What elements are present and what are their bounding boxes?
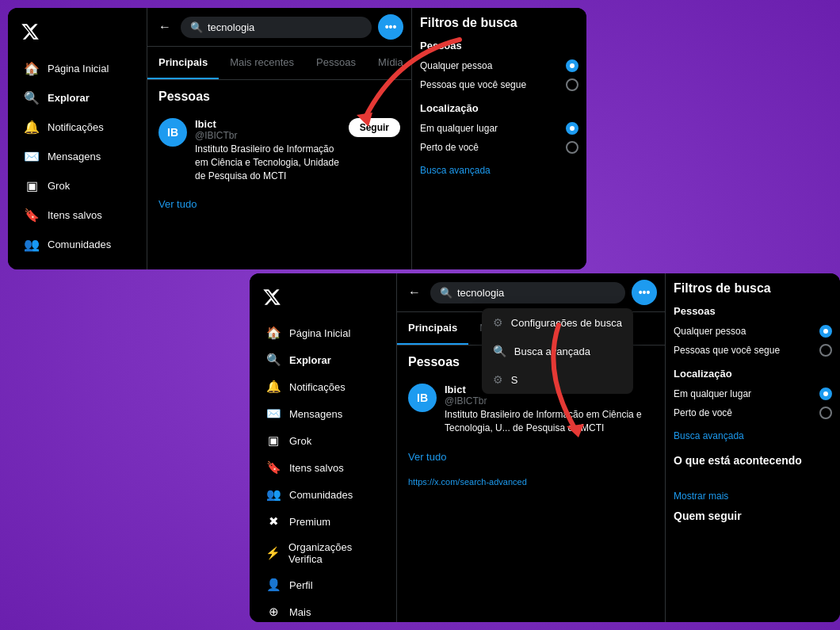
back-button[interactable]: ← <box>155 17 174 37</box>
explore-icon-sm: 🔍 <box>265 353 281 367</box>
sidebar-sm-messages[interactable]: ✉️ Mensagens <box>254 401 391 426</box>
filter-segue-label-bottom: Pessoas que você segue <box>674 345 780 356</box>
options-button-bottom[interactable]: ••• <box>632 280 657 305</box>
premium-icon: ✖ <box>24 266 40 269</box>
sidebar-sm-profile[interactable]: 👤 Perfil <box>254 572 391 598</box>
sidebar-item-saved[interactable]: 🔖 Itens salvos <box>13 201 142 229</box>
dropdown-config-label: Configurações de busca <box>511 317 622 329</box>
sidebar-label-premium: Premium <box>48 268 89 269</box>
radio-qualquer-bottom[interactable] <box>819 325 832 338</box>
filter-voce-segue-bottom[interactable]: Pessoas que você segue <box>674 341 832 360</box>
person-item: IB Ibict @IBICTbr Instituto Brasileiro d… <box>147 110 411 190</box>
sidebar-label-explore: Explorar <box>48 92 90 104</box>
dropdown-s[interactable]: ⚙ S <box>482 365 633 394</box>
busca-avancada-link-bottom[interactable]: Busca avançada <box>674 430 832 441</box>
sidebar-sm-grok[interactable]: ▣ Grok <box>254 428 391 453</box>
back-button-bottom[interactable]: ← <box>405 282 424 303</box>
radio-perto[interactable] <box>566 141 578 154</box>
tab-principais-bottom[interactable]: Principais <box>397 312 468 345</box>
sidebar-item-messages[interactable]: ✉️ Mensagens <box>13 143 142 170</box>
tab-pessoas[interactable]: Pessoas <box>305 47 367 79</box>
profile-icon-sm: 👤 <box>265 578 281 592</box>
filter-title-bottom: Filtros de busca <box>674 281 832 296</box>
sidebar-sm-notifications[interactable]: 🔔 Notificações <box>254 374 391 399</box>
sidebar-bottom: 🏠 Página Inicial 🔍 Explorar 🔔 Notificaçõ… <box>250 273 396 622</box>
person-avatar-bottom: IB <box>408 384 437 412</box>
filter-perto-bottom[interactable]: Perto de você <box>674 403 832 422</box>
tab-midia[interactable]: Mídia <box>367 47 412 79</box>
sidebar-item-premium[interactable]: ✖ Premium <box>13 260 142 269</box>
sidebar-top: 🏠 Página Inicial 🔍 Explorar 🔔 Notificaçõ… <box>8 8 147 269</box>
more-icon-sm: ⊕ <box>265 605 281 619</box>
sidebar-sm-orgs[interactable]: ⚡ Organizações Verifica <box>254 536 391 571</box>
messages-icon: ✉️ <box>24 149 40 164</box>
saved-icon: 🔖 <box>24 208 40 223</box>
sidebar-sm-explore[interactable]: 🔍 Explorar <box>254 347 391 372</box>
notifications-icon: 🔔 <box>24 120 40 135</box>
search-input-top[interactable] <box>208 21 362 33</box>
search-icon-bottom: 🔍 <box>440 287 452 299</box>
sidebar-label-notifications: Notificações <box>48 121 104 133</box>
url-hint: https://x.com/search-advanced <box>397 471 665 493</box>
options-button-top[interactable]: ••• <box>378 14 403 40</box>
person-info: Ibict @IBICTbr Instituto Brasileiro de I… <box>195 118 341 182</box>
sidebar-sm-home[interactable]: 🏠 Página Inicial <box>254 320 391 346</box>
dropdown-busca-avancada[interactable]: 🔍 Busca avançada <box>482 337 633 365</box>
radio-segue[interactable] <box>566 78 578 91</box>
tabs-top: Principais Mais recentes Pessoas Mídia L… <box>147 47 411 80</box>
filter-voce-segue[interactable]: Pessoas que você segue <box>420 75 578 94</box>
sidebar-sm-label-home: Página Inicial <box>289 327 350 339</box>
radio-lugar[interactable] <box>566 122 578 135</box>
tab-principais[interactable]: Principais <box>147 47 219 79</box>
filter-qualquer-lugar[interactable]: Em qualquer lugar <box>420 119 578 138</box>
sidebar-label-grok: Grok <box>48 180 70 192</box>
filter-qualquer-pessoa[interactable]: Qualquer pessoa <box>420 56 578 75</box>
sidebar-sm-premium[interactable]: ✖ Premium <box>254 509 391 534</box>
window-top: 🏠 Página Inicial 🔍 Explorar 🔔 Notificaçõ… <box>8 8 586 269</box>
busca-icon: 🔍 <box>493 345 506 357</box>
logo[interactable] <box>8 16 147 54</box>
sidebar-item-notifications[interactable]: 🔔 Notificações <box>13 113 142 141</box>
busca-avancada-link-top[interactable]: Busca avançada <box>420 165 578 176</box>
sidebar-item-explore[interactable]: 🔍 Explorar <box>13 84 142 112</box>
search-header-bottom: ← 🔍 ••• <box>397 273 665 312</box>
radio-segue-bottom[interactable] <box>819 344 832 357</box>
right-panel-bottom: Filtros de busca Pessoas Qualquer pessoa… <box>666 273 840 622</box>
tab-mais-recentes[interactable]: Mais recentes <box>219 47 305 79</box>
search-bar-bottom[interactable]: 🔍 <box>430 282 625 304</box>
sidebar-item-grok[interactable]: ▣ Grok <box>13 172 142 200</box>
search-input-bottom[interactable] <box>457 287 616 299</box>
o-que-section: O que está acontecendo <box>674 454 832 467</box>
filter-qualquer-pessoa-bottom[interactable]: Qualquer pessoa <box>674 322 832 341</box>
sidebar-sm-more[interactable]: ⊕ Mais <box>254 599 391 622</box>
dropdown-config-busca[interactable]: ⚙ Configurações de busca <box>482 308 633 337</box>
follow-button[interactable]: Seguir <box>349 118 400 137</box>
main-content-bottom: ← 🔍 ••• ⚙ Configurações de busca 🔍 Busca… <box>396 273 666 622</box>
notifications-icon-sm: 🔔 <box>265 380 281 394</box>
sidebar-item-communities[interactable]: 👥 Comunidades <box>13 231 142 258</box>
sidebar-sm-communities[interactable]: 👥 Comunidades <box>254 482 391 507</box>
sidebar-sm-label-orgs: Organizações Verifica <box>288 541 380 565</box>
config-icon: ⚙ <box>493 316 503 329</box>
sidebar-sm-label-saved: Itens salvos <box>289 462 344 474</box>
radio-perto-bottom[interactable] <box>819 407 832 419</box>
ver-tudo-link-bottom[interactable]: Ver tudo <box>397 443 665 471</box>
radio-qualquer[interactable] <box>566 59 578 72</box>
logo-bottom[interactable] <box>250 281 396 319</box>
right-panel-top: Filtros de busca Pessoas Qualquer pessoa… <box>412 8 586 269</box>
radio-lugar-bottom[interactable] <box>819 388 832 400</box>
sidebar-item-home[interactable]: 🏠 Página Inicial <box>13 55 142 82</box>
pessoas-title: Pessoas <box>147 80 411 110</box>
search-icon: 🔍 <box>190 21 203 33</box>
ver-tudo-link[interactable]: Ver tudo <box>147 190 411 218</box>
filter-qualquer-lugar-bottom[interactable]: Em qualquer lugar <box>674 384 832 403</box>
filter-perto-label-bottom: Perto de você <box>674 407 732 418</box>
filter-perto[interactable]: Perto de você <box>420 138 578 157</box>
communities-icon-sm: 👥 <box>265 487 281 502</box>
mostrar-mais-link[interactable]: Mostrar mais <box>674 491 832 502</box>
dropdown-busca-label: Busca avançada <box>514 346 590 357</box>
sidebar-sm-label-communities: Comunidades <box>289 489 353 501</box>
search-bar-top[interactable]: 🔍 <box>181 17 372 38</box>
person-bio: Instituto Brasileiro de Informação em Ci… <box>195 143 341 182</box>
sidebar-sm-saved[interactable]: 🔖 Itens salvos <box>254 455 391 480</box>
